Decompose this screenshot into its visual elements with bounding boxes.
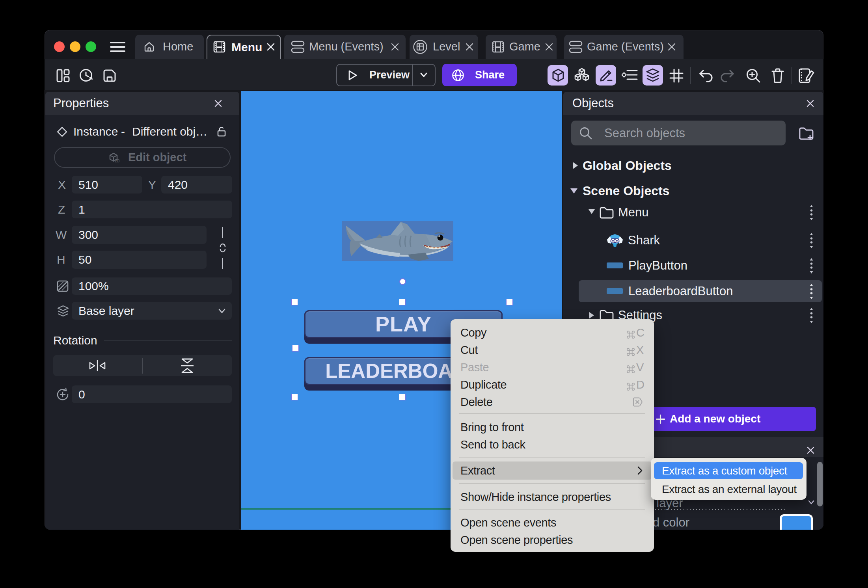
svg-text:2D: 2D xyxy=(115,159,119,163)
